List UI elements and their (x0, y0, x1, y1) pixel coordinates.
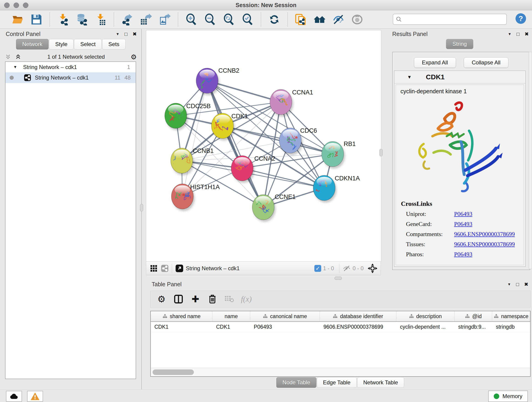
edge-CCNB2-HIST1H1A[interactable] (182, 81, 207, 196)
network-row[interactable]: String Network – cdk1 11 48 (6, 72, 136, 83)
node-CDC6[interactable] (279, 128, 303, 155)
network-canvas[interactable]: CCNB2CCNA1CDC25BCDK1CDC6RB1CCNB1CCNA2CDK… (146, 30, 381, 262)
panel-close-icon[interactable]: ✖ (133, 32, 137, 37)
column-network-icon (263, 314, 268, 319)
gene-collapse-icon[interactable]: ▼ (407, 75, 412, 80)
tab-string[interactable]: String (446, 39, 473, 49)
collapse-all-button[interactable]: Collapse All (464, 57, 508, 68)
memory-button[interactable]: Memory (488, 390, 528, 402)
table-cell[interactable]: stringdb:9... (455, 322, 492, 332)
node-CCNE1[interactable] (252, 195, 276, 222)
panel-collapse-icon[interactable]: ▼ (507, 283, 511, 286)
selected-nodes-checkbox[interactable]: ✓ (314, 265, 321, 272)
crosslink-link[interactable]: 9606.ENSP00000378699 (454, 231, 515, 238)
crosslink-link[interactable]: 9606.ENSP00000378699 (454, 241, 515, 248)
string-home-icon[interactable] (313, 13, 326, 26)
table-cell[interactable]: cyclin-dependent ... (396, 322, 455, 332)
zoom-window-button[interactable] (23, 2, 28, 8)
tab-network[interactable]: Network (16, 39, 49, 50)
table-cell[interactable]: CDK1 (151, 322, 212, 332)
expand-all-button[interactable]: Expand All (414, 57, 456, 68)
delete-column-trash-icon[interactable] (206, 293, 219, 306)
tree-expand-icon[interactable]: ▼ (13, 65, 17, 70)
panel-close-icon[interactable]: ✖ (525, 32, 529, 37)
export-image-icon[interactable] (158, 13, 171, 26)
panel-collapse-icon[interactable]: ▼ (508, 32, 511, 36)
node-RB1[interactable] (322, 140, 345, 169)
crosslink-link[interactable]: P06493 (454, 211, 472, 217)
search-box[interactable] (393, 14, 507, 25)
panel-collapse-icon[interactable]: ▼ (116, 32, 119, 36)
panel-close-icon[interactable]: ✖ (524, 282, 528, 287)
zoom-selected-icon[interactable] (241, 13, 254, 26)
tab-node-table[interactable]: Node Table (276, 377, 317, 388)
left-splitter-handle[interactable] (140, 204, 143, 211)
import-table-icon[interactable] (94, 13, 107, 26)
gear-icon[interactable]: ⚙ (131, 53, 137, 61)
table-cell[interactable]: stringdb (492, 322, 530, 332)
table-settings-gear-icon[interactable]: ⚙ (155, 293, 168, 306)
network-collection-row[interactable]: ▼ String Network – cdk1 1 (6, 62, 136, 72)
apply-layout-icon[interactable] (268, 13, 281, 26)
node-CDC25B[interactable] (165, 103, 188, 130)
zoom-in-icon[interactable] (185, 13, 198, 26)
table-horizontal-scrollbar[interactable] (151, 368, 530, 376)
panel-float-icon[interactable]: □ (516, 282, 519, 287)
minimize-window-button[interactable] (13, 2, 19, 8)
import-network-file-icon[interactable] (56, 13, 70, 26)
create-column-plus-icon[interactable]: ✚ (189, 293, 202, 306)
results-scrollbar[interactable] (529, 52, 532, 269)
column-header--id[interactable]: @id (455, 311, 492, 321)
node-CCNA1[interactable] (270, 89, 293, 117)
tab-select[interactable]: Select (74, 39, 102, 50)
crosslink-link[interactable]: P06493 (454, 221, 472, 228)
export-network-icon[interactable] (120, 13, 134, 26)
node-CCNB2[interactable] (196, 68, 220, 95)
zoom-fit-icon[interactable] (222, 13, 235, 26)
open-session-icon[interactable] (11, 13, 24, 26)
search-input[interactable] (402, 16, 506, 23)
tab-network-table[interactable]: Network Table (357, 377, 404, 388)
birds-eye-share-icon[interactable] (161, 264, 169, 272)
grid-view-icon[interactable] (150, 264, 158, 272)
panel-float-icon[interactable]: □ (516, 32, 519, 37)
close-window-button[interactable] (4, 2, 10, 8)
column-header-name[interactable]: name (212, 311, 250, 321)
column-header-canonical-name[interactable]: canonical name (250, 311, 320, 321)
warnings-button[interactable] (27, 391, 43, 402)
right-splitter-handle[interactable] (380, 149, 383, 156)
center-view-icon[interactable] (368, 264, 377, 273)
hide-glyphs-icon[interactable] (332, 13, 345, 26)
import-network-database-icon[interactable] (75, 13, 89, 26)
table-row[interactable]: CDK1CDK1P064939606.ENSP00000378699cyclin… (151, 322, 530, 332)
automation-cloud-button[interactable] (6, 391, 22, 402)
export-table-icon[interactable] (139, 13, 152, 26)
node-CCNA2[interactable] (231, 156, 254, 183)
open-in-new-icon[interactable] (175, 264, 184, 273)
traffic-lights[interactable] (4, 2, 28, 8)
column-header-namespace[interactable]: namespace (492, 311, 530, 321)
bottom-splitter-handle[interactable] (335, 277, 342, 280)
panel-float-icon[interactable]: □ (124, 32, 127, 37)
table-cell[interactable]: CDK1 (212, 322, 250, 332)
table-cell[interactable]: P06493 (250, 322, 320, 332)
expand-all-icon[interactable] (15, 53, 22, 60)
column-header-description[interactable]: description (396, 311, 455, 321)
collapse-all-icon[interactable] (5, 53, 12, 60)
column-header-shared-name[interactable]: shared name (151, 311, 212, 321)
crosslink-link[interactable]: P06493 (454, 251, 472, 258)
help-button[interactable]: ? (515, 13, 526, 24)
gene-header[interactable]: ▼ CDK1 (394, 71, 525, 83)
clone-network-icon[interactable] (294, 13, 307, 26)
show-graphics-icon[interactable] (351, 13, 364, 26)
table-cell[interactable]: 9606.ENSP00000378699 (320, 322, 396, 332)
tab-edge-table[interactable]: Edge Table (317, 377, 357, 388)
scrollbar-thumb[interactable] (152, 370, 194, 375)
save-session-icon[interactable] (30, 13, 43, 26)
show-columns-icon[interactable] (172, 293, 185, 306)
column-header-database-identifier[interactable]: database identifier (320, 311, 396, 321)
hidden-eye-icon[interactable] (342, 265, 351, 272)
tab-style[interactable]: Style (49, 39, 74, 50)
tab-sets[interactable]: Sets (102, 39, 126, 50)
zoom-out-icon[interactable] (203, 13, 217, 26)
